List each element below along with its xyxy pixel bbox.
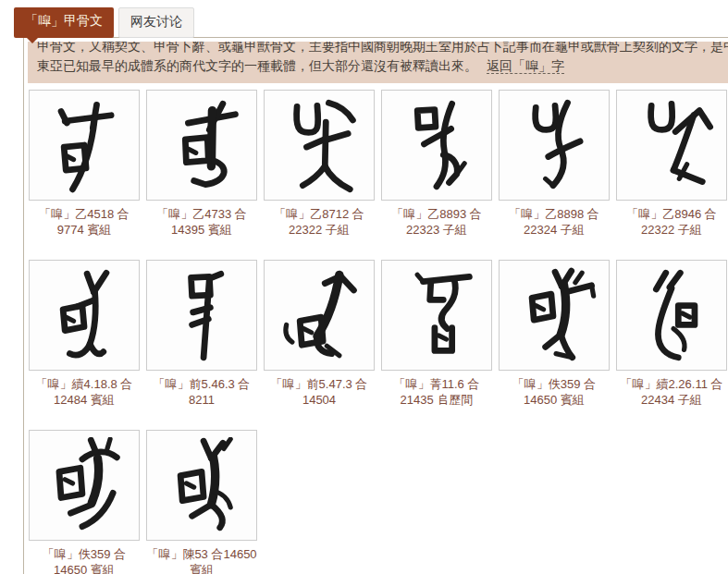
oracle-glyph-drawing	[271, 267, 367, 363]
tab-bar: 「噑」甲骨文 网友讨论	[14, 7, 194, 38]
oracle-cell: 「噑」續2.26.11 合22434 子組	[616, 260, 727, 408]
oracle-caption: 「噑」乙8893 合22323 子組	[381, 206, 492, 238]
oracle-cell: 「噑」前5.46.3 合8211	[146, 260, 257, 408]
oracle-glyph-drawing	[36, 437, 132, 533]
oracle-cell: 「噑」乙8946 合22322 子組	[616, 90, 727, 238]
oracle-glyph-image[interactable]	[499, 90, 610, 201]
active-tab-pointer-icon	[27, 38, 38, 43]
oracle-glyph-image[interactable]	[29, 430, 140, 541]
oracle-glyph-image[interactable]	[146, 430, 257, 541]
oracle-caption: 「噑」續4.18.8 合12484 賓組	[29, 376, 140, 408]
oracle-cell: 「噑」乙4518 合9774 賓組	[29, 90, 140, 238]
oracle-glyph-drawing	[623, 97, 720, 193]
oracle-glyph-image[interactable]	[381, 90, 492, 201]
oracle-cell: 「噑」乙8712 合22322 子組	[264, 90, 375, 238]
oracle-caption: 「噑」佚359 合14650 賓組	[499, 376, 610, 408]
oracle-caption: 「噑」菁11.6 合21435 𠂤歷間	[381, 376, 492, 408]
oracle-caption: 「噑」乙8898 合22324 子組	[499, 206, 610, 238]
description-line1: 甲骨文，又稱契文、甲骨卜辭、或龜甲獸骨文，主要指中國商朝晚期王室用於占卜記事而在…	[37, 42, 728, 56]
description-line2-text: 東亞已知最早的成體系的商代文字的一種載體，但大部分還沒有被釋讀出來。	[37, 58, 477, 73]
oracle-glyph-image[interactable]	[381, 260, 492, 371]
oracle-glyph-drawing	[154, 267, 250, 363]
oracle-glyph-image[interactable]	[29, 260, 140, 371]
oracle-glyph-image[interactable]	[146, 260, 257, 371]
oracle-glyph-drawing	[154, 97, 250, 193]
tab-oracle-bone-label: 「噑」甲骨文	[25, 13, 103, 28]
oracle-glyph-drawing	[506, 267, 602, 363]
oracle-caption: 「噑」佚359 合14650 賓組	[29, 546, 140, 574]
description-box: 甲骨文，又稱契文、甲骨卜辭、或龜甲獸骨文，主要指中國商朝晚期王室用於占卜記事而在…	[28, 42, 728, 83]
oracle-cell: 「噑」陳53 合14650 賓組	[146, 430, 257, 574]
oracle-cell: 「噑」佚359 合14650 賓組	[499, 260, 610, 408]
oracle-cell: 「噑」前5.47.3 合14504	[264, 260, 375, 408]
oracle-glyph-image[interactable]	[616, 260, 727, 371]
oracle-caption: 「噑」續2.26.11 合22434 子組	[616, 376, 727, 408]
oracle-cell: 「噑」菁11.6 合21435 𠂤歷間	[381, 260, 492, 408]
oracle-glyph-image[interactable]	[264, 90, 375, 201]
oracle-cell: 「噑」乙8898 合22324 子組	[499, 90, 610, 238]
oracle-glyph-drawing	[36, 97, 132, 193]
back-to-character-link[interactable]: 返回「噑」字	[487, 58, 564, 74]
oracle-caption: 「噑」陳53 合14650 賓組	[146, 546, 257, 574]
oracle-glyph-drawing	[271, 97, 367, 193]
oracle-cell: 「噑」乙8893 合22323 子組	[381, 90, 492, 238]
oracle-caption: 「噑」前5.47.3 合14504	[264, 376, 375, 408]
oracle-cell: 「噑」乙4733 合14395 賓組	[146, 90, 257, 238]
oracle-caption: 「噑」乙4518 合9774 賓組	[29, 206, 140, 238]
tab-content-panel: 甲骨文，又稱契文、甲骨卜辭、或龜甲獸骨文，主要指中國商朝晚期王室用於占卜記事而在…	[23, 37, 728, 574]
oracle-cell: 「噑」佚359 合14650 賓組	[29, 430, 140, 574]
oracle-glyph-image[interactable]	[146, 90, 257, 201]
oracle-glyph-image[interactable]	[616, 90, 727, 201]
oracle-glyph-image[interactable]	[264, 260, 375, 371]
oracle-glyph-image[interactable]	[499, 260, 610, 371]
oracle-caption: 「噑」前5.46.3 合8211	[146, 376, 257, 408]
tab-discussion-label: 网友讨论	[130, 14, 182, 29]
oracle-glyph-drawing	[389, 97, 485, 193]
tab-discussion[interactable]: 网友讨论	[118, 7, 194, 38]
oracle-glyph-drawing	[36, 267, 132, 363]
oracle-glyph-image[interactable]	[29, 90, 140, 201]
tab-oracle-bone[interactable]: 「噑」甲骨文	[14, 7, 114, 38]
oracle-glyph-drawing	[506, 97, 602, 193]
oracle-cell: 「噑」續4.18.8 合12484 賓組	[29, 260, 140, 408]
oracle-caption: 「噑」乙8712 合22322 子組	[264, 206, 375, 238]
glyph-grid: 「噑」乙4518 合9774 賓組 「噑」乙4733 合14395 賓組	[28, 90, 728, 574]
oracle-glyph-drawing	[154, 437, 250, 533]
description-line2: 東亞已知最早的成體系的商代文字的一種載體，但大部分還沒有被釋讀出來。 返回「噑」…	[37, 56, 728, 76]
oracle-caption: 「噑」乙8946 合22322 子組	[616, 206, 727, 238]
oracle-glyph-drawing	[389, 267, 485, 363]
oracle-glyph-drawing	[623, 267, 720, 363]
oracle-caption: 「噑」乙4733 合14395 賓組	[146, 206, 257, 238]
